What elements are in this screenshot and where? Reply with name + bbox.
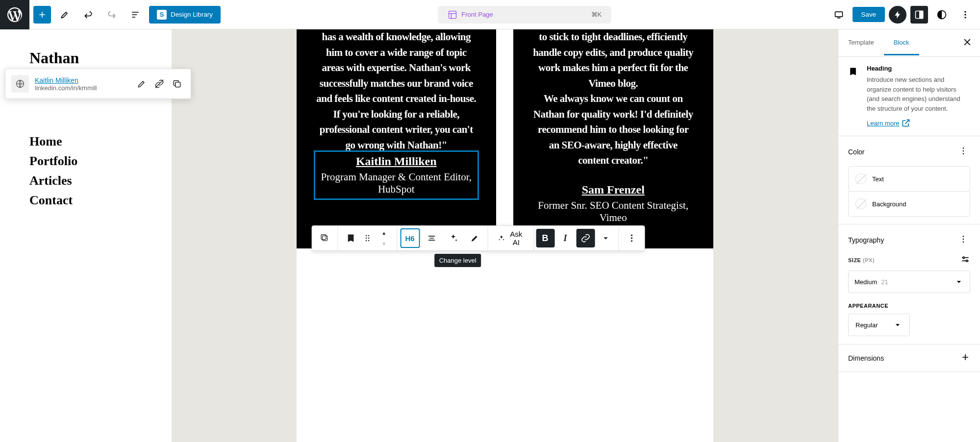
svg-point-33 [963,236,964,237]
svg-rect-13 [176,82,180,87]
dimensions-panel: Dimensions [838,344,980,372]
svg-point-9 [964,14,966,15]
heading-level-button[interactable]: H6 [400,228,420,248]
color-panel: Color Text Background [838,136,980,224]
block-type-button[interactable] [340,227,361,249]
size-settings-button[interactable] [960,254,970,266]
edit-link-button[interactable] [134,76,150,92]
add-block-button[interactable] [33,6,51,24]
svg-point-16 [365,235,367,237]
text-color-item[interactable]: Text [848,166,970,192]
testimonial-role[interactable]: Former Snr. SEO Content Strategist, Vime… [533,199,694,224]
tab-template[interactable]: Template [838,31,884,55]
link-title[interactable]: Kaitlin Milliken [35,76,128,84]
block-toolbar: ▲ ▼ H6 Ask AI B I [311,225,645,251]
testimonial-author[interactable]: Kaitlin Milliken [318,155,475,168]
background-color-label: Background [872,200,906,208]
ask-ai-label: Ask AI [508,230,524,246]
more-options-button[interactable] [955,5,975,25]
block-description-section: Heading Introduce new sections and organ… [838,57,980,136]
save-button[interactable]: Save [853,7,885,22]
testimonial-author[interactable]: Sam Frenzel [533,183,694,196]
testimonial-text[interactable]: to stick to tight deadlines, efficiently… [533,29,694,91]
size-name: Medium [854,278,877,286]
document-overview-button[interactable] [126,5,145,25]
svg-rect-0 [449,11,456,18]
size-label: SIZE [848,257,861,263]
testimonial-text[interactable]: has a wealth of knowledge, allowing him … [316,29,477,153]
top-toolbar: S Design Library Front Page ⌘K Save [0,0,980,29]
move-arrows: ▲ ▼ [373,227,395,249]
svg-point-21 [368,240,369,242]
color-panel-more[interactable] [956,144,970,159]
link-button[interactable] [576,229,595,247]
learn-more-link[interactable]: Learn more [867,118,911,128]
testimonial-card-2[interactable]: to stick to tight deadlines, efficiently… [513,29,713,248]
svg-point-31 [963,150,964,152]
svg-point-10 [964,17,966,18]
testimonial-card-1[interactable]: has a wealth of knowledge, allowing him … [297,29,497,248]
testimonial-text[interactable]: We always know we can count on Nathan fo… [533,91,694,169]
size-value: 21 [881,278,888,286]
page-icon [448,10,457,20]
highlight-button[interactable] [464,227,485,249]
design-library-button[interactable]: S Design Library [149,6,221,24]
design-library-icon: S [157,10,167,20]
nav-item-portfolio[interactable]: Portfolio [29,154,142,169]
svg-point-30 [963,147,964,149]
appearance-select[interactable]: Regular [848,314,910,336]
sparkle-icon [498,233,504,243]
svg-point-26 [630,237,632,239]
styles-button[interactable] [932,5,952,25]
edit-button[interactable] [55,5,75,25]
page-pill[interactable]: Front Page ⌘K [438,6,611,24]
move-up-button[interactable]: ▲ [373,227,395,238]
copy-link-button[interactable] [169,76,185,92]
svg-point-19 [368,238,369,239]
popover-actions [134,76,185,92]
svg-point-27 [630,240,632,242]
nav-item-home[interactable]: Home [29,134,142,149]
close-settings-button[interactable] [955,29,980,56]
size-select[interactable]: Medium21 [848,270,970,293]
typography-panel: Typography SIZE (PX) Medium21 APPEARANCE… [838,224,980,344]
settings-sidebar-button[interactable] [910,6,928,24]
redo-button[interactable] [102,5,122,25]
design-library-label: Design Library [171,11,213,18]
size-unit: (PX) [863,257,875,263]
link-url: linkedin.com/in/kmmill [35,84,128,92]
background-color-item[interactable]: Background [848,191,970,217]
svg-point-39 [966,260,968,262]
selected-heading-block[interactable]: Kaitlin Milliken Program Manager & Conte… [316,153,477,197]
italic-button[interactable]: I [554,227,576,249]
testimonial-role[interactable]: Program Manager & Content Editor, HubSpo… [318,171,475,196]
view-button[interactable] [829,5,849,25]
nav-item-articles[interactable]: Articles [29,173,142,188]
tab-block[interactable]: Block [884,31,919,55]
change-level-tooltip: Change level [434,254,481,267]
ai-sparkle-button[interactable] [442,227,464,249]
jetpack-button[interactable] [889,6,906,24]
align-button[interactable] [421,227,442,249]
undo-button[interactable] [78,5,98,25]
bold-button[interactable]: B [536,229,554,247]
unlink-button[interactable] [151,76,167,92]
drag-handle[interactable] [361,227,373,249]
more-formatting-button[interactable] [595,227,616,249]
svg-point-25 [630,235,632,236]
appearance-label: APPEARANCE [848,303,970,309]
svg-point-32 [963,153,964,155]
select-parent-button[interactable] [314,227,335,249]
typography-panel-more[interactable] [956,232,970,247]
learn-more-label: Learn more [867,120,899,127]
settings-sidebar: Template Block Heading Introduce new sec… [838,29,980,442]
nav-item-contact[interactable]: Contact [29,193,142,208]
ask-ai-button[interactable]: Ask AI [490,230,531,246]
testimonials-row: has a wealth of knowledge, allowing him … [297,29,713,248]
left-sidebar: Kaitlin Milliken linkedin.com/in/kmmill … [0,29,172,442]
move-down-button[interactable]: ▼ [373,238,395,249]
block-more-button[interactable] [621,227,642,249]
wordpress-logo[interactable] [0,0,29,29]
dimensions-panel-title: Dimensions [848,354,884,362]
dimensions-add-button[interactable] [960,352,970,364]
